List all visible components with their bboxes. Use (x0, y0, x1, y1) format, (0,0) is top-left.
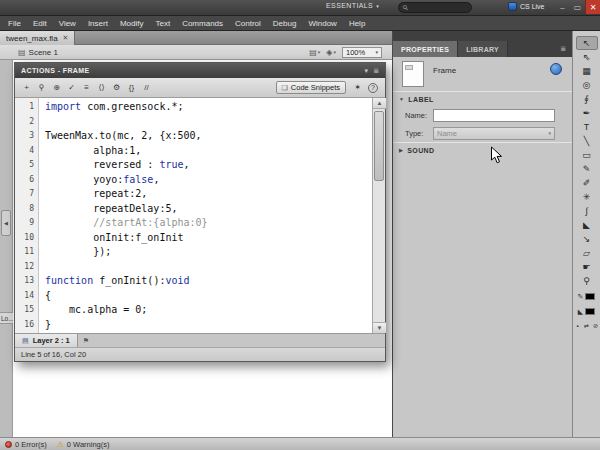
comment-icon[interactable]: // (140, 81, 153, 95)
zoom-level-select[interactable]: 100% ▾ (342, 47, 382, 58)
script-assist-icon[interactable]: ✶ (351, 81, 364, 95)
frame-icon (402, 61, 424, 87)
panel-collapse-grip[interactable]: ◀ (1, 210, 11, 236)
code-snippets-button[interactable]: ❏ Code Snippets (276, 81, 346, 94)
vertical-scrollbar[interactable]: ▲ ▼ (372, 98, 385, 333)
menu-insert[interactable]: Insert (82, 16, 114, 31)
brush-tool-icon: ✐ (583, 179, 591, 188)
scrollbar-thumb[interactable] (374, 111, 384, 181)
code-line: repeat:2, (45, 187, 372, 202)
fill-color-control[interactable]: ◣ (575, 305, 599, 318)
line-number-gutter: 12345678910111213141516 (15, 98, 39, 333)
pencil-tool-icon: ✎ (583, 165, 591, 174)
menu-text[interactable]: Text (149, 16, 176, 31)
document-tab[interactable]: tween_max.fla ✕ (0, 31, 75, 45)
hand-tool[interactable]: ☛ (576, 260, 598, 274)
menu-control[interactable]: Control (229, 16, 267, 31)
line-tool[interactable]: ╲ (576, 134, 598, 148)
selection-tool[interactable]: ↖ (576, 36, 598, 50)
tab-properties[interactable]: PROPERTIES (393, 41, 458, 57)
help-icon[interactable]: ? (368, 83, 378, 93)
code-line: reversed : true, (45, 158, 372, 173)
errors-status[interactable]: 0 Error(s) (5, 440, 47, 449)
insert-target-path-icon[interactable]: ⊕ (50, 81, 63, 95)
workspace-switcher[interactable]: ESSENTIALS ▾ (326, 2, 379, 9)
menu-edit[interactable]: Edit (27, 16, 53, 31)
panel-menu-icon[interactable]: ≣ (560, 45, 572, 57)
menu-help[interactable]: Help (343, 16, 371, 31)
menu-window[interactable]: Window (302, 16, 342, 31)
menu-view[interactable]: View (53, 16, 82, 31)
minimize-button[interactable]: – (555, 0, 570, 14)
brush-tool[interactable]: ✐ (576, 176, 598, 190)
paint-bucket-tool[interactable]: ◣ (576, 218, 598, 232)
debug-options-icon[interactable]: ⚙ (110, 81, 123, 95)
tab-library[interactable]: LIBRARY (458, 41, 508, 57)
line-number: 7 (15, 187, 38, 202)
stroke-color-control[interactable]: ✎ (575, 290, 599, 303)
restore-button[interactable]: ▭ (570, 0, 585, 14)
script-tab-label: Layer 2 : 1 (33, 336, 70, 345)
auto-format-icon[interactable]: ≡ (80, 81, 93, 95)
label-section-header[interactable]: ▼ LABEL (393, 92, 572, 106)
no-color-button[interactable]: ⊘ (592, 321, 600, 330)
lasso-tool[interactable]: ∮ (576, 92, 598, 106)
code-token: yoyo: (45, 174, 123, 185)
pen-tool[interactable]: ✒ (576, 106, 598, 120)
close-icon[interactable]: ✕ (63, 34, 69, 42)
code-editor[interactable]: 12345678910111213141516 import com.green… (15, 98, 372, 333)
pencil-tool[interactable]: ✎ (576, 162, 598, 176)
scroll-down-icon[interactable]: ▼ (373, 322, 386, 333)
name-input[interactable] (433, 109, 555, 122)
sound-section-header[interactable]: ▶ SOUND (393, 143, 572, 157)
line-number: 9 (15, 216, 38, 231)
text-tool[interactable]: T (576, 120, 598, 134)
close-button[interactable]: ✕ (585, 0, 600, 14)
fill-color-control-swatch[interactable] (585, 308, 595, 315)
code-token: mc.alpha = 0; (45, 304, 147, 315)
menu-file[interactable]: File (2, 16, 27, 31)
code-token: , (183, 159, 189, 170)
menu-debug[interactable]: Debug (267, 16, 303, 31)
bone-tool[interactable]: ∫ (576, 204, 598, 218)
eraser-tool[interactable]: ▱ (576, 246, 598, 260)
collapse-icon[interactable]: ▾ (365, 67, 369, 75)
name-field-row: Name: (393, 106, 572, 124)
code-token: false (123, 174, 153, 185)
stroke-color-control-swatch[interactable] (585, 293, 595, 300)
swap-colors-button[interactable]: ⇄ (583, 321, 591, 330)
free-transform-tool[interactable]: ▦ (576, 64, 598, 78)
actions-panel-header[interactable]: ACTIONS - FRAME ▾ ≣ (15, 63, 385, 78)
info-icon[interactable] (550, 63, 562, 75)
subselection-tool[interactable]: ⇖ (576, 50, 598, 64)
deco-tool[interactable]: ✳ (576, 190, 598, 204)
eyedropper-tool[interactable]: ↘ (576, 232, 598, 246)
scroll-up-icon[interactable]: ▲ (373, 98, 386, 109)
show-code-hint-icon[interactable]: ⟨⟩ (95, 81, 108, 95)
panel-menu-icon[interactable]: ≣ (373, 67, 379, 75)
collapse-braces-icon[interactable]: {} (125, 81, 138, 95)
zoom-tool[interactable]: ⚲ (576, 274, 598, 288)
type-select[interactable]: Name ▾ (433, 127, 555, 140)
add-new-item-icon[interactable]: + (20, 81, 33, 95)
warnings-status[interactable]: ⚠ 0 Warning(s) (57, 440, 110, 449)
menu-commands[interactable]: Commands (176, 16, 229, 31)
script-tab[interactable]: ▤ Layer 2 : 1 (15, 334, 78, 347)
rectangle-tool[interactable]: ▭ (576, 148, 598, 162)
menu-modify[interactable]: Modify (114, 16, 150, 31)
edit-scene-button[interactable]: ▤ ▾ (309, 48, 320, 57)
pin-script-icon[interactable]: ⚑ (78, 334, 94, 347)
search-box[interactable]: ⚲ (398, 2, 472, 13)
swap-colors-button-icon: ⇄ (584, 323, 589, 329)
cs-live-button[interactable]: CS Live (508, 2, 545, 11)
find-icon[interactable]: ⚲ (35, 81, 48, 95)
workspace-label: ESSENTIALS (326, 2, 373, 9)
check-syntax-icon[interactable]: ✓ (65, 81, 78, 95)
3d-rotation-tool[interactable]: ◎ (576, 78, 598, 92)
default-colors-button[interactable]: ▪ (574, 321, 582, 330)
code-token: import (45, 101, 81, 112)
edit-symbol-button[interactable]: ◈ ▾ (326, 48, 336, 57)
name-label: Name: (405, 111, 433, 120)
code-lines[interactable]: import com.greensock.*;TweenMax.to(mc, 2… (39, 98, 372, 333)
search-input[interactable] (408, 4, 467, 11)
